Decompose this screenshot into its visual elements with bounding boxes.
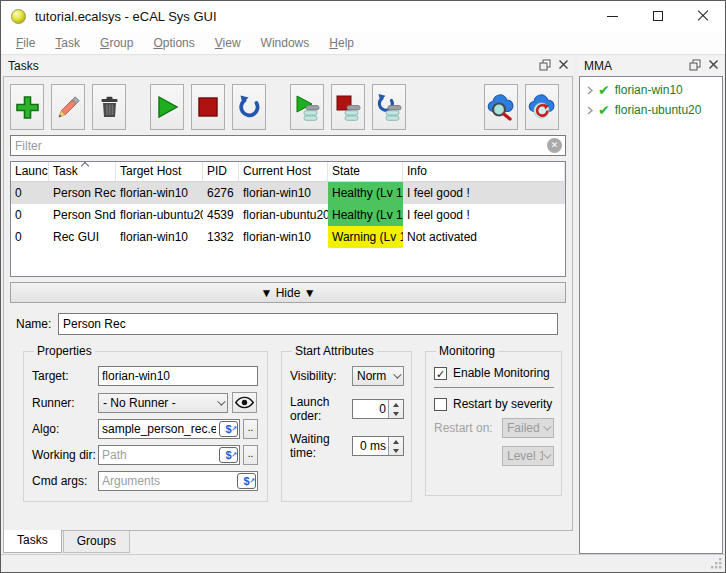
close-dock-button[interactable] xyxy=(558,59,569,73)
browse-algo-button[interactable]: .. xyxy=(243,419,258,439)
pencil-icon xyxy=(55,94,82,121)
minimize-button[interactable] xyxy=(590,1,635,31)
float-dock-button[interactable] xyxy=(689,59,701,74)
task-table: Launc Task Target Host PID Current Host … xyxy=(10,161,566,277)
stop-selected-tasks-button[interactable] xyxy=(331,84,365,130)
app-icon xyxy=(11,9,26,24)
spin-up-button[interactable] xyxy=(389,437,403,446)
edit-task-button[interactable] xyxy=(51,84,85,130)
stop-icon xyxy=(195,94,221,120)
spin-down-button[interactable] xyxy=(389,409,403,418)
menu-windows[interactable]: Windows xyxy=(251,33,320,53)
waiting-time-stepper[interactable]: 0 ms xyxy=(352,436,404,456)
float-dock-button[interactable] xyxy=(539,59,551,74)
monitoring-group: Monitoring Enable Monitoring Restart by … xyxy=(425,344,562,496)
divider xyxy=(434,387,554,388)
target-input[interactable] xyxy=(98,366,258,386)
start-attributes-group: Start Attributes Visibility: Norm Launch… xyxy=(281,344,412,502)
restart-on-label: Restart on: xyxy=(434,421,502,435)
runner-label: Runner: xyxy=(32,396,98,410)
target-label: Target: xyxy=(32,369,98,383)
properties-title: Properties xyxy=(34,344,95,358)
table-row[interactable]: 0 Rec GUI florian-win10 1332 florian-win… xyxy=(11,226,565,248)
menu-file[interactable]: File xyxy=(6,33,45,53)
col-target-host[interactable]: Target Host xyxy=(116,162,203,182)
col-pid[interactable]: PID xyxy=(203,162,239,182)
restart-selected-tasks-button[interactable] xyxy=(372,84,406,130)
visibility-label: Visibility: xyxy=(290,369,352,383)
properties-group: Properties Target: Runner: - No Runner - xyxy=(23,344,268,502)
runner-select[interactable]: - No Runner - xyxy=(98,393,228,413)
visibility-select[interactable]: Norm xyxy=(352,366,404,386)
stop-tasks-button[interactable] xyxy=(191,84,225,130)
close-button[interactable] xyxy=(680,1,725,31)
state-badge[interactable]: Warning (Lv 1) xyxy=(328,226,403,248)
menu-task[interactable]: Task xyxy=(45,33,90,53)
show-runner-button[interactable] xyxy=(232,392,257,413)
close-dock-button[interactable] xyxy=(708,59,719,73)
variable-expand-icon[interactable]: $ xyxy=(219,447,238,463)
col-task[interactable]: Task xyxy=(49,162,116,182)
maximize-icon xyxy=(653,11,663,21)
start-attributes-title: Start Attributes xyxy=(292,344,377,358)
host-tree-item[interactable]: ✔ florian-win10 xyxy=(580,80,722,100)
hide-details-button[interactable]: ▼ Hide ▼ xyxy=(10,282,566,303)
restart-by-severity-checkbox[interactable] xyxy=(434,398,447,411)
col-state[interactable]: State xyxy=(328,162,403,182)
resize-grip[interactable] xyxy=(710,557,723,570)
add-task-button[interactable] xyxy=(10,84,44,130)
cloud-search-icon xyxy=(487,93,515,121)
mma-host-tree: ✔ florian-win10 ✔ florian-ubuntu20 xyxy=(579,76,723,554)
clear-filter-button[interactable] xyxy=(547,138,562,153)
cmd-args-input[interactable] xyxy=(98,471,258,491)
find-tasks-button[interactable] xyxy=(484,84,518,130)
menu-help[interactable]: Help xyxy=(319,33,364,53)
state-badge[interactable]: Healthy (Lv 1) xyxy=(328,204,403,226)
restart-tasks-button[interactable] xyxy=(232,84,266,130)
table-row[interactable]: 0 Person Snd florian-ubuntu20 4539 flori… xyxy=(11,204,565,226)
start-tasks-button[interactable] xyxy=(150,84,184,130)
col-info[interactable]: Info xyxy=(403,162,565,182)
launch-order-label: Launch order: xyxy=(290,395,352,423)
arrow-up-icon xyxy=(393,403,399,407)
enable-monitoring-checkbox[interactable] xyxy=(434,367,447,380)
restart-icon xyxy=(236,94,262,120)
algo-label: Algo: xyxy=(32,422,98,436)
tab-groups[interactable]: Groups xyxy=(63,531,130,553)
close-icon xyxy=(697,10,709,22)
browse-working-dir-button[interactable]: .. xyxy=(243,445,258,465)
delete-task-button[interactable] xyxy=(92,84,126,130)
variable-expand-icon[interactable]: $ xyxy=(219,421,238,437)
launch-order-stepper[interactable]: 0 xyxy=(352,399,404,419)
restart-on-select[interactable]: Failed xyxy=(502,418,554,438)
maximize-button[interactable] xyxy=(635,1,680,31)
spin-up-button[interactable] xyxy=(389,400,403,409)
tab-tasks[interactable]: Tasks xyxy=(3,530,62,553)
float-icon xyxy=(689,59,701,71)
start-selected-tasks-button[interactable] xyxy=(290,84,324,130)
check-icon: ✔ xyxy=(598,103,610,117)
col-current-host[interactable]: Current Host xyxy=(239,162,328,182)
minimize-icon xyxy=(607,16,618,17)
sort-indicator-icon xyxy=(81,162,89,170)
variable-expand-icon[interactable]: $ xyxy=(237,473,256,489)
arrow-down-icon xyxy=(393,412,399,416)
filter-input[interactable] xyxy=(10,135,566,156)
col-launch[interactable]: Launc xyxy=(11,162,49,182)
trash-icon xyxy=(96,94,123,121)
update-from-cloud-button[interactable] xyxy=(525,84,559,130)
restart-level-select[interactable]: Level 1 xyxy=(502,446,554,466)
table-row[interactable]: 0 Person Rec florian-win10 6276 florian-… xyxy=(11,182,565,204)
play-icon xyxy=(154,94,180,120)
state-badge[interactable]: Healthy (Lv 1) xyxy=(328,182,403,204)
bottom-tab-bar: Tasks Groups xyxy=(3,531,573,554)
host-tree-item[interactable]: ✔ florian-ubuntu20 xyxy=(580,100,722,120)
spin-down-button[interactable] xyxy=(389,446,403,455)
mma-dock-titlebar: MMA xyxy=(579,56,723,76)
task-name-input[interactable] xyxy=(58,313,558,335)
plus-icon xyxy=(14,94,41,121)
menu-group[interactable]: Group xyxy=(90,33,143,53)
menu-options[interactable]: Options xyxy=(143,33,204,53)
title-bar: tutorial.ecalsys - eCAL Sys GUI xyxy=(1,1,725,31)
menu-view[interactable]: View xyxy=(205,33,251,53)
